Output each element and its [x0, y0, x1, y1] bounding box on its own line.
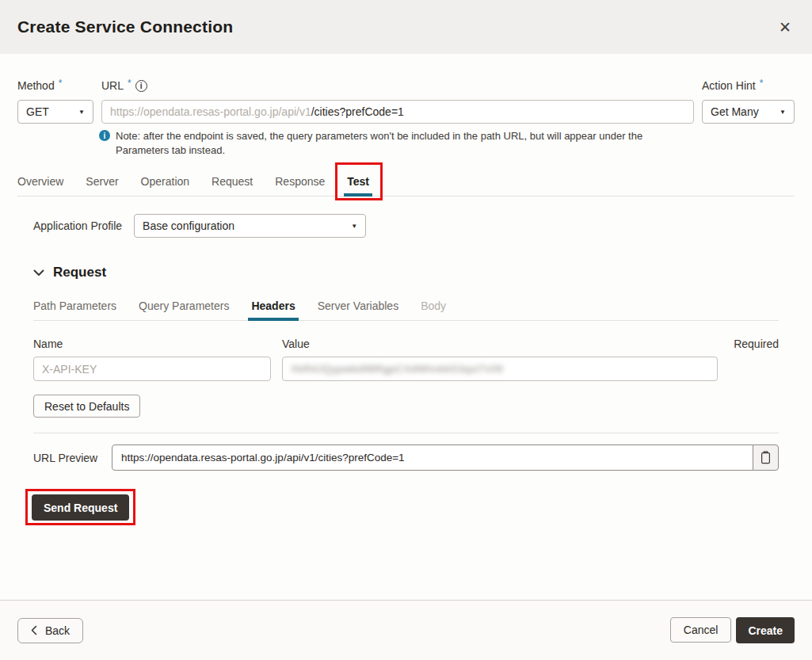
dialog-body: Method * GET ▼ URL * i https://opendata.…: [0, 54, 812, 600]
url-input[interactable]: https://opendata.resas-portal.go.jp/api/…: [101, 100, 694, 124]
send-request-button[interactable]: Send Request: [32, 494, 129, 521]
main-tabs: Overview Server Operation Request Respon…: [17, 164, 795, 196]
subtab-query-parameters[interactable]: Query Parameters: [128, 288, 240, 320]
chevron-down-icon: [33, 269, 44, 277]
back-button-label: Back: [45, 624, 70, 637]
header-name-input[interactable]: X-API-KEY: [33, 357, 271, 381]
note-text: Note: after the endpoint is saved, the q…: [116, 129, 670, 158]
required-marker: *: [59, 77, 63, 90]
required-marker: *: [760, 77, 764, 90]
action-hint-select[interactable]: Get Many ▼: [702, 100, 795, 124]
back-button[interactable]: Back: [17, 618, 83, 643]
cancel-button[interactable]: Cancel: [670, 617, 732, 643]
endpoint-form-row: Method * GET ▼ URL * i https://opendata.…: [17, 79, 795, 124]
column-header-required: Required: [734, 338, 779, 350]
endpoint-note: i Note: after the endpoint is saved, the…: [99, 129, 795, 158]
application-profile-value: Base configuration: [143, 219, 234, 232]
reset-to-defaults-button[interactable]: Reset to Defaults: [33, 395, 140, 418]
application-profile-label: Application Profile: [33, 219, 122, 232]
chevron-down-icon: ▼: [773, 109, 786, 116]
tab-overview[interactable]: Overview: [17, 164, 74, 196]
method-label: Method *: [17, 79, 93, 93]
headers-table-header: Name Value Required: [33, 338, 779, 350]
chevron-left-icon: [31, 625, 37, 635]
header-value-input[interactable]: XkR4JQypwbd98RgpCXdWhnkbS3qxt7v09: [282, 357, 718, 381]
subtab-path-parameters[interactable]: Path Parameters: [33, 288, 128, 320]
dialog-header: Create Service Connection ✕: [0, 0, 812, 54]
create-button[interactable]: Create: [736, 617, 795, 643]
tab-operation[interactable]: Operation: [130, 164, 200, 196]
url-input-path: /cities?prefCode=1: [311, 105, 404, 118]
request-subtabs: Path Parameters Query Parameters Headers…: [33, 288, 779, 321]
method-select-value: GET: [26, 105, 49, 118]
required-marker: *: [128, 77, 132, 90]
subtab-server-variables[interactable]: Server Variables: [307, 288, 410, 320]
test-tab-panel: Application Profile Base configuration ▼…: [17, 214, 795, 521]
header-row: X-API-KEY XkR4JQypwbd98RgpCXdWhnkbS3qxt7…: [33, 357, 779, 381]
subtab-body: Body: [410, 288, 457, 320]
method-select[interactable]: GET ▼: [17, 100, 93, 124]
url-preview-input[interactable]: https://opendata.resas-portal.go.jp/api/…: [112, 444, 753, 471]
application-profile-row: Application Profile Base configuration ▼: [33, 214, 779, 238]
page-title: Create Service Connection: [17, 17, 233, 36]
copy-button[interactable]: [753, 444, 779, 471]
create-service-connection-dialog: Create Service Connection ✕ Method * GET…: [0, 0, 812, 660]
url-preview-row: URL Preview https://opendata.resas-porta…: [33, 444, 779, 471]
chevron-down-icon: ▼: [345, 223, 357, 230]
dialog-footer: Back Cancel Create: [0, 600, 812, 660]
info-icon: i: [99, 130, 110, 141]
request-section-title: Request: [53, 265, 106, 280]
tab-test-label: Test: [347, 175, 369, 188]
obscured-api-key: XkR4JQypwbd98RgpCXdWhnkbS3qxt7v09: [291, 363, 503, 375]
request-section-toggle[interactable]: Request: [33, 265, 779, 280]
url-input-prefix: https://opendata.resas-portal.go.jp/api/…: [110, 105, 311, 118]
application-profile-select[interactable]: Base configuration ▼: [134, 214, 366, 238]
tab-server[interactable]: Server: [74, 164, 129, 196]
divider: [33, 433, 779, 433]
url-preview-label: URL Preview: [33, 452, 112, 464]
column-header-value: Value: [282, 338, 722, 350]
close-icon[interactable]: ✕: [776, 17, 795, 38]
url-label: URL * i: [101, 79, 694, 93]
info-icon[interactable]: i: [135, 80, 147, 92]
tab-response[interactable]: Response: [264, 164, 336, 196]
tab-request[interactable]: Request: [200, 164, 264, 196]
action-hint-select-value: Get Many: [711, 105, 759, 118]
chevron-down-icon: ▼: [72, 109, 85, 116]
clipboard-icon: [760, 451, 772, 464]
action-hint-label: Action Hint *: [702, 79, 795, 93]
tab-test[interactable]: Test: [336, 164, 380, 196]
column-header-name: Name: [33, 338, 271, 350]
subtab-headers[interactable]: Headers: [240, 288, 306, 320]
